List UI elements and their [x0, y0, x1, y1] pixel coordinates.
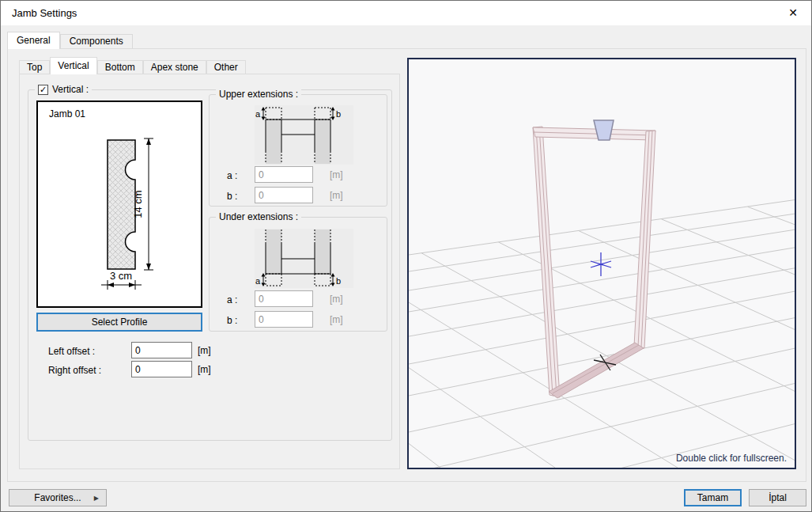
vertical-tab-page: ✓ Vertical :	[19, 74, 400, 469]
fullscreen-hint: Double click for fullscreen.	[676, 453, 787, 464]
favorites-arrow-icon: ▶	[94, 495, 99, 502]
under-b-unit: [m]	[330, 314, 343, 325]
upper-diagram-b-label: b	[336, 109, 341, 119]
origin-axis-marker	[591, 252, 611, 276]
upper-extensions-title: Upper extensions :	[216, 89, 301, 100]
tab-other[interactable]: Other	[206, 60, 246, 74]
vertical-checkbox-label: Vertical :	[52, 84, 89, 95]
jamb-settings-dialog: Jamb Settings ✕ General Components Top V…	[0, 0, 812, 512]
vertical-group-legend: ✓ Vertical :	[35, 84, 92, 95]
upper-b-unit: [m]	[330, 190, 343, 201]
under-extensions-group: Under extensions :	[209, 217, 387, 332]
under-a-unit: [m]	[330, 294, 343, 305]
general-tab-page: Top Vertical Bottom Apex stone Other ✓ V…	[7, 48, 806, 482]
tab-vertical[interactable]: Vertical	[50, 57, 96, 74]
cancel-button[interactable]: İptal	[749, 489, 806, 506]
close-button[interactable]: ✕	[775, 1, 811, 25]
profile-drawing: 14 cm 3 cm	[38, 102, 201, 306]
upper-diagram-a-label: a	[255, 109, 261, 119]
upper-a-input[interactable]	[255, 166, 313, 183]
tab-apex-stone[interactable]: Apex stone	[143, 60, 206, 74]
left-offset-unit: [m]	[198, 345, 211, 356]
preview-3d-panel[interactable]: Double click for fullscreen.	[407, 58, 796, 469]
floor-grid	[409, 180, 795, 468]
under-b-input[interactable]	[255, 311, 313, 328]
vertical-group: ✓ Vertical :	[28, 89, 392, 441]
upper-b-label: b :	[227, 191, 237, 202]
under-a-label: a :	[227, 294, 237, 305]
titlebar: Jamb Settings ✕	[1, 1, 811, 25]
height-dimension-label: 14 cm	[132, 190, 144, 218]
select-profile-button[interactable]: Select Profile	[36, 313, 202, 332]
tab-bottom[interactable]: Bottom	[97, 60, 143, 74]
check-icon: ✓	[40, 85, 47, 94]
upper-a-unit: [m]	[330, 169, 343, 180]
under-diagram-a-label: a	[255, 276, 261, 286]
dialog-title: Jamb Settings	[12, 7, 77, 19]
close-icon: ✕	[788, 6, 798, 19]
right-offset-label: Right offset :	[48, 365, 101, 376]
profile-name: Jamb 01	[49, 108, 85, 119]
profile-shape	[108, 140, 135, 269]
tab-top[interactable]: Top	[19, 60, 50, 74]
profile-preview-box: 14 cm 3 cm Jamb 01	[36, 101, 202, 308]
under-diagram-b-label: b	[336, 276, 341, 286]
ok-button[interactable]: Tamam	[684, 489, 742, 506]
under-b-label: b :	[227, 315, 237, 326]
favorites-button-label: Favorites...	[34, 492, 81, 503]
main-tabstrip: General Components	[7, 32, 133, 48]
upper-extensions-group: Upper extensions :	[209, 94, 387, 207]
vertical-checkbox[interactable]: ✓	[38, 85, 48, 95]
upper-extensions-diagram: a b	[255, 105, 353, 165]
sub-tabstrip: Top Vertical Bottom Apex stone Other	[19, 57, 246, 74]
preview-3d-scene	[409, 59, 795, 468]
tab-general[interactable]: General	[7, 32, 60, 49]
under-extensions-diagram: a b	[255, 229, 353, 288]
upper-a-label: a :	[227, 170, 237, 181]
right-offset-unit: [m]	[198, 364, 211, 375]
height-dimension	[144, 138, 153, 270]
under-a-input[interactable]	[255, 290, 313, 307]
left-offset-label: Left offset :	[48, 346, 95, 357]
favorites-button[interactable]: Favorites... ▶	[9, 489, 107, 506]
under-extensions-title: Under extensions :	[216, 211, 301, 222]
width-dimension-label: 3 cm	[110, 270, 132, 282]
tab-components[interactable]: Components	[60, 34, 133, 48]
upper-b-input[interactable]	[255, 187, 313, 203]
left-offset-input[interactable]	[131, 342, 192, 358]
right-offset-input[interactable]	[131, 361, 192, 377]
